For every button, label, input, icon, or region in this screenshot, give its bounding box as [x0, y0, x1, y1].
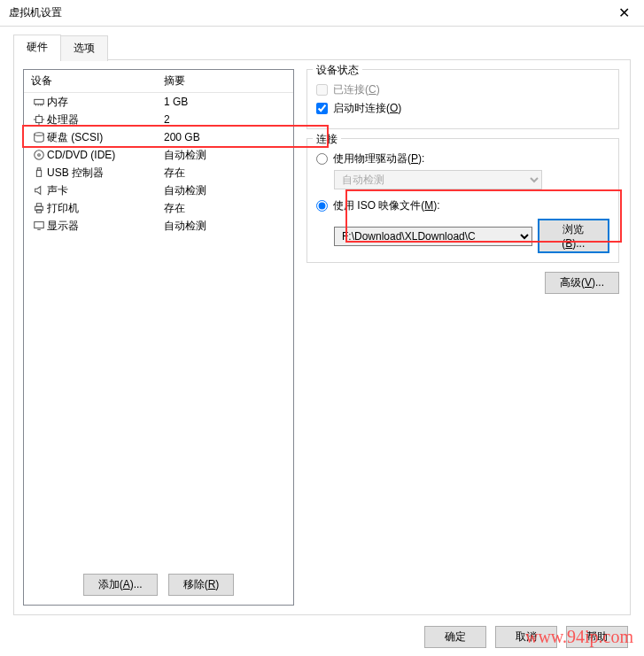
connected-checkbox-row: 已连接(C) — [316, 82, 609, 97]
connect-on-power-checkbox[interactable] — [316, 103, 328, 114]
physical-drive-select: 自动检测 — [334, 170, 542, 189]
device-row[interactable]: 处理器2 — [24, 111, 293, 128]
device-row[interactable]: CD/DVD (IDE)自动检测 — [24, 146, 293, 164]
close-button[interactable]: ✕ — [613, 4, 635, 21]
device-status-group: 设备状态 已连接(C) 启动时连接(O) — [306, 69, 619, 129]
svg-rect-14 — [37, 168, 41, 171]
svg-point-12 — [38, 154, 41, 157]
advanced-button[interactable]: 高级(V)... — [545, 272, 619, 294]
physical-drive-radio-row[interactable]: 使用物理驱动器(P): — [316, 151, 609, 166]
device-name: USB 控制器 — [47, 166, 164, 181]
add-button[interactable]: 添加(A)... — [83, 574, 158, 596]
cancel-button[interactable]: 取消 — [495, 626, 557, 648]
svg-rect-17 — [36, 210, 41, 213]
svg-rect-13 — [36, 170, 41, 176]
device-name: 声卡 — [47, 183, 164, 198]
svg-point-11 — [35, 150, 44, 160]
usb-icon — [31, 166, 47, 179]
device-summary: 2 — [164, 113, 286, 126]
device-name: 处理器 — [47, 112, 164, 127]
connect-on-power-row[interactable]: 启动时连接(O) — [316, 101, 609, 116]
device-summary: 存在 — [164, 166, 286, 181]
device-summary: 自动检测 — [164, 219, 286, 234]
connected-checkbox — [316, 84, 328, 96]
device-summary: 200 GB — [164, 131, 286, 143]
cd-icon — [31, 149, 47, 161]
col-device: 设备 — [31, 73, 164, 89]
browse-button[interactable]: 浏览(B)... — [538, 219, 609, 253]
device-status-legend: 设备状态 — [313, 63, 362, 78]
device-name: 内存 — [47, 95, 164, 110]
connection-legend: 连接 — [313, 132, 341, 147]
device-list[interactable]: 内存1 GB处理器2硬盘 (SCSI)200 GBCD/DVD (IDE)自动检… — [24, 93, 293, 565]
device-row[interactable]: 显示器自动检测 — [24, 217, 293, 235]
window-title: 虚拟机设置 — [9, 5, 62, 20]
iso-radio[interactable] — [316, 200, 328, 212]
remove-button[interactable]: 移除(R) — [168, 574, 235, 596]
help-button[interactable]: 帮助 — [566, 626, 628, 648]
device-row[interactable]: 声卡自动检测 — [24, 181, 293, 199]
iso-radio-row[interactable]: 使用 ISO 映像文件(M): — [316, 198, 609, 213]
col-summary: 摘要 — [164, 73, 286, 89]
device-row[interactable]: 硬盘 (SCSI)200 GB — [24, 128, 293, 146]
device-name: 打印机 — [47, 201, 164, 216]
iso-path-combo[interactable]: F:\Download\XLDownload\C — [334, 227, 532, 246]
device-name: 显示器 — [47, 219, 164, 234]
device-row[interactable]: 内存1 GB — [24, 93, 293, 111]
device-summary: 自动检测 — [164, 148, 286, 163]
display-icon — [31, 220, 47, 232]
ok-button[interactable]: 确定 — [424, 626, 486, 648]
physical-drive-radio[interactable] — [316, 153, 328, 165]
device-summary: 自动检测 — [164, 183, 286, 198]
svg-rect-18 — [35, 222, 44, 228]
device-row[interactable]: 打印机存在 — [24, 199, 293, 217]
audio-icon — [31, 184, 47, 197]
device-row[interactable]: USB 控制器存在 — [24, 164, 293, 181]
connection-group: 连接 使用物理驱动器(P): 自动检测 使用 ISO 映像文件(M): F:\D… — [306, 138, 619, 263]
svg-rect-16 — [36, 204, 41, 207]
device-summary: 1 GB — [164, 96, 286, 108]
printer-icon — [31, 202, 47, 214]
disk-icon — [31, 131, 47, 143]
svg-rect-5 — [36, 117, 43, 123]
svg-rect-0 — [35, 99, 44, 104]
svg-point-10 — [35, 133, 44, 136]
cpu-icon — [31, 113, 47, 126]
device-summary: 存在 — [164, 201, 286, 216]
device-name: 硬盘 (SCSI) — [47, 130, 164, 145]
device-name: CD/DVD (IDE) — [47, 149, 164, 161]
device-list-header: 设备 摘要 — [24, 70, 293, 93]
memory-icon — [31, 96, 47, 108]
tab-hardware[interactable]: 硬件 — [13, 35, 61, 60]
tab-options[interactable]: 选项 — [60, 35, 108, 61]
